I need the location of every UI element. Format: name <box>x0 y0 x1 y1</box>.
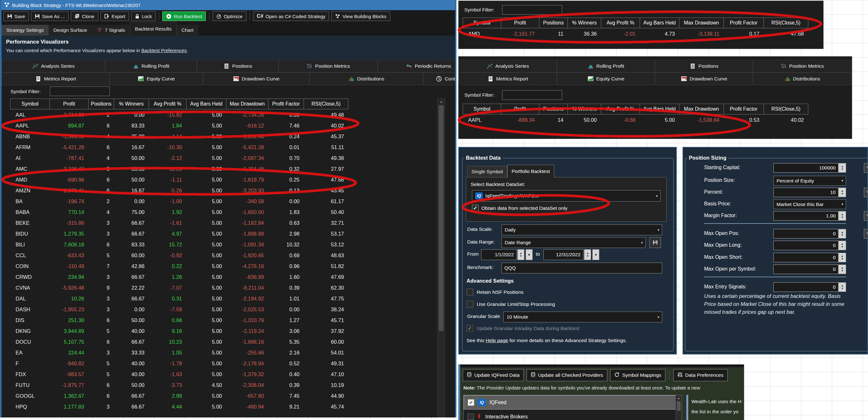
column-header-profit-factor[interactable]: Profit Factor <box>723 104 764 114</box>
visualizer-tab-rolling-profit[interactable]: Rolling Profit <box>105 60 197 73</box>
column-header-symbol[interactable]: Symbol <box>463 104 501 114</box>
visualizer-tab-drawdown-curve[interactable]: Drawdown Curve <box>203 73 309 85</box>
visualizer-tab-analysis-series[interactable]: Analysis Series <box>2 60 105 73</box>
spinner-margin-factor-[interactable]: ▲▼ <box>838 211 846 221</box>
table-row-FUTU[interactable]: FUTU-1,875.77650.00-3.734.50-2,306.040.3… <box>10 380 436 390</box>
table-row-CCL[interactable]: CCL-633.43560.00-0.925.00-1,920.650.6948… <box>10 250 436 261</box>
tab-single-symbol[interactable]: Single Symbol <box>467 166 507 177</box>
input-max-open-per-symbol-[interactable]: 0 <box>773 264 838 274</box>
obtain-data-checkbox[interactable]: ✓ <box>472 205 478 212</box>
button-update-all-checked-providers[interactable]: Update all Checked Providers <box>527 369 607 381</box>
input-percent-[interactable]: 10 <box>773 188 838 197</box>
data-scale-dropdown[interactable]: Daily▾ <box>501 224 662 235</box>
optimize-button[interactable]: Optimize <box>213 11 246 21</box>
input-max-open-short-[interactable]: 0 <box>773 253 838 262</box>
table-row-AFRM[interactable]: AFRM-5,421.28616.67-10.305.00-5,421.280.… <box>10 142 436 152</box>
to-date-input[interactable]: 12/31/2022 <box>544 249 583 260</box>
table-row-DKNG[interactable]: DKNG3,944.69540.009.165.00-2,119.243.063… <box>10 326 436 336</box>
spinner-starting-capital-[interactable]: ▲▼ <box>838 163 846 173</box>
column-header-profit[interactable]: Profit <box>50 99 89 109</box>
backtest-preferences-link[interactable]: Backtest Preferences <box>141 48 187 53</box>
provider-checkbox[interactable]: ✓ <box>468 399 474 406</box>
column-header-avg-bars-held[interactable]: Avg Bars Held <box>186 99 226 109</box>
spinner-max-open-per-symbol-[interactable]: ▲▼ <box>838 264 846 274</box>
symbol-filter-input[interactable] <box>50 86 110 96</box>
scrollbar-thumb[interactable] <box>439 105 444 331</box>
table-row-CVNA[interactable]: CVNA-5,926.48922.22-7.075.00-8,211.040.3… <box>10 282 436 293</box>
button-data-preferences[interactable]: Data Preferences <box>673 369 727 381</box>
visualizer-tab-metrics-report[interactable]: Metrics Report <box>2 73 110 85</box>
to-date-calendar-button[interactable]: ▼ <box>592 249 599 260</box>
save-range-button[interactable] <box>650 237 661 248</box>
variable-button-percent-[interactable] <box>864 188 868 197</box>
table-row-DAL[interactable]: DAL10.26366.670.315.00-2,194.921.0147.75 <box>10 293 436 304</box>
provider-row-iqfeed[interactable]: ✓IQIQFeed <box>464 395 676 410</box>
spinner-max-open-long-[interactable]: ▲▼ <box>838 241 846 250</box>
table-row-AMC[interactable]: AMC-3,196.47333.33-11.235.00-5,204.460.3… <box>10 163 436 174</box>
column-header--winners[interactable]: % Winners <box>114 99 149 109</box>
tab-design-surface[interactable]: Design Surface <box>49 25 92 36</box>
variable-button-starting-capital-[interactable] <box>864 163 868 173</box>
table-row-BIDU[interactable]: BIDU1,279.35366.674.975.00-1,898.882.985… <box>10 228 436 239</box>
column-header-positions[interactable]: Positions <box>539 104 568 114</box>
provider-splitter[interactable] <box>686 395 688 420</box>
column-header-max-drawdown[interactable]: Max Drawdown <box>679 18 724 28</box>
table-row-BILI[interactable]: BILI7,608.18683.3315.725.00-1,091.3410.3… <box>10 239 436 250</box>
visualizer-tab-equity-curve[interactable]: Equity Curve <box>557 73 655 85</box>
visualizer-tab-positions[interactable]: Positions <box>655 60 753 73</box>
dataset-dropdown[interactable]: IQ IqFeedTradingVWAPExt ▾ <box>472 190 661 202</box>
run-backtest-button[interactable]: Run Backtest <box>162 11 206 21</box>
visualizer-tab-drawdown-curve[interactable]: Drawdown Curve <box>655 73 753 85</box>
variable-button-margin-factor-[interactable] <box>864 211 868 221</box>
visualizer-tab-contributions[interactable]: Contributions <box>423 73 455 85</box>
column-header-avg-profit-[interactable]: Avg Profit % <box>601 18 640 28</box>
table-row-F[interactable]: F-940.82540.00-1.785.00-2,178.940.5249.3… <box>10 358 436 369</box>
tab-7-signals[interactable]: 7 Signals <box>92 25 130 36</box>
spinner-max-open-short-[interactable]: ▲▼ <box>838 253 846 262</box>
input-starting-capital-[interactable]: 100000 <box>773 163 838 173</box>
column-header-rsi-close-5-[interactable]: RSI(Close,5) <box>304 99 348 109</box>
visualizer-tab-analysis-series[interactable]: Analysis Series <box>459 60 557 73</box>
help-page-link[interactable]: Help page <box>486 338 508 343</box>
column-header-profit[interactable]: Profit <box>501 18 539 28</box>
column-header--winners[interactable]: % Winners <box>567 18 601 28</box>
provider-row-interactive-brokers[interactable]: ✓Interactive Brokers <box>464 410 676 420</box>
from-date-spinner[interactable]: ▲▼ <box>517 249 524 260</box>
table-row-HPQ[interactable]: HPQ1,177.83366.674.445.00-480.949.2145.7… <box>10 401 436 412</box>
scroll-up-arrow[interactable]: ▲ <box>438 99 445 105</box>
table-row-EA[interactable]: EA224.44333.331.055.00-255.662.1654.01 <box>10 347 436 358</box>
table-row-BABA[interactable]: BABA770.14475.001.925.00-1,650.001.8350.… <box>10 207 436 218</box>
visualizer-tab-metrics-report[interactable]: Metrics Report <box>459 73 557 85</box>
scrollbar-thumb[interactable] <box>677 401 681 411</box>
column-header-avg-bars-held[interactable]: Avg Bars Held <box>640 104 679 114</box>
visualizer-tab-positions[interactable]: Positions <box>197 60 279 73</box>
table-row-ABNB[interactable]: ABNB-1,349.58425.00-4.145.00-2,351.400.2… <box>10 131 436 142</box>
table-row-AAL[interactable]: AAL-2,714.3620.00-15.825.00-2,734.280.00… <box>10 109 436 120</box>
column-header-positions[interactable]: Positions <box>88 99 114 109</box>
table-row-AI[interactable]: AI-787.41450.00-2.125.00-2,087.340.7049.… <box>10 152 436 163</box>
column-header-avg-profit-[interactable]: Avg Profit % <box>601 104 640 114</box>
table-row-DOCU[interactable]: DOCU5,107.75666.6710.235.00-1,668.165.35… <box>10 336 436 347</box>
dropdown-position-size-[interactable]: Percent of Equity▾ <box>773 176 846 186</box>
benchmark-input[interactable]: QQQ <box>501 262 662 274</box>
column-header-rsi-close-5-[interactable]: RSI(Close,5) <box>764 18 808 28</box>
table-row-AAPL[interactable]: AAPL-888.341450.00-0.665.00-1,538.640.53… <box>463 114 844 125</box>
input-max-open-long-[interactable]: 0 <box>773 241 838 250</box>
column-header-avg-bars-held[interactable]: Avg Bars Held <box>640 18 679 28</box>
spinner-max-open-pos-[interactable]: ▲▼ <box>838 229 846 239</box>
data-range-dropdown[interactable]: Date Range▾ <box>501 237 646 248</box>
to-date-spinner[interactable]: ▲▼ <box>584 249 591 260</box>
table-row-DASH[interactable]: DASH-1,955.2330.00-7.595.00-2,025.530.00… <box>10 304 436 315</box>
column-header-avg-profit-[interactable]: Avg Profit % <box>149 99 186 109</box>
update-granular-checkbox[interactable]: ✓ <box>467 325 473 332</box>
from-date-input[interactable]: 1/1/2022 <box>481 249 517 260</box>
tab-chart[interactable]: Chart <box>177 25 198 36</box>
spinner-percent-[interactable]: ▲▼ <box>838 188 846 197</box>
from-date-calendar-button[interactable]: ▼ <box>526 249 533 260</box>
export-button[interactable]: Export <box>100 11 129 21</box>
provider-list-scrollbar[interactable]: ▲ <box>676 395 682 420</box>
clone-button[interactable]: Clone <box>71 11 98 21</box>
save-as-button[interactable]: Save As ... <box>31 11 69 21</box>
visualizer-tab-rolling-profit[interactable]: Rolling Profit <box>557 60 655 73</box>
button-update-iqfeed-data[interactable]: Update IQFeed Data <box>463 369 524 381</box>
